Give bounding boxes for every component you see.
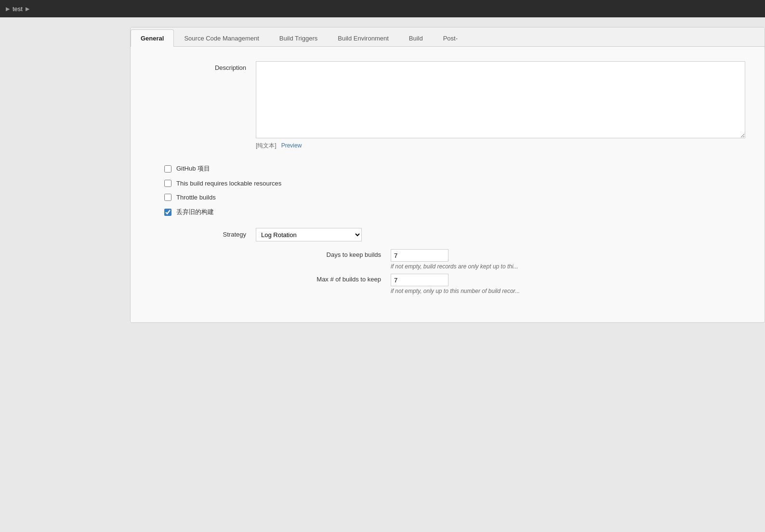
checkbox-discard-row: 丢弃旧的构建 [164,208,745,216]
checkbox-discard-old-builds[interactable] [164,209,171,216]
tab-build[interactable]: Build [399,29,433,47]
days-to-keep-control: if not empty, build records are only kep… [391,249,745,270]
max-builds-control: if not empty, only up to this number of … [391,274,745,294]
tab-general[interactable]: General [131,29,174,47]
checkbox-discard-label: 丢弃旧的构建 [176,208,214,216]
description-textarea[interactable] [256,61,745,138]
tab-build-triggers[interactable]: Build Triggers [269,29,328,47]
description-preview-link[interactable]: Preview [281,142,302,149]
checkbox-throttle-builds[interactable] [164,194,171,201]
description-label: Description [145,61,256,71]
top-bar-arrow-left: ▶ [6,6,10,12]
main-content: General Source Code Management Build Tri… [0,17,765,332]
description-plain-text-label: [纯文本] [256,142,277,149]
tab-source-code-management[interactable]: Source Code Management [174,29,269,47]
days-to-keep-input[interactable] [391,249,448,262]
description-toolbar: [纯文本] Preview [256,142,745,150]
checkbox-lockable-resources[interactable] [164,180,171,187]
tab-nav: General Source Code Management Build Tri… [131,27,765,47]
top-bar-arrow-right: ▶ [26,6,29,12]
strategy-sub-form: Days to keep builds if not empty, build … [256,249,745,294]
checkbox-throttle-row: Throttle builds [164,194,745,201]
tab-post[interactable]: Post- [433,29,468,47]
max-builds-help: if not empty, only up to this number of … [391,288,745,294]
strategy-label: Strategy [145,228,256,238]
description-row: Description [纯文本] Preview [145,61,745,150]
days-to-keep-label: Days to keep builds [256,249,391,258]
max-builds-input[interactable] [391,274,448,286]
checkboxes-section: GitHub 项目 This build requires lockable r… [145,160,745,228]
strategy-select[interactable]: Log Rotation None [256,228,362,241]
max-builds-row: Max # of builds to keep if not empty, on… [256,274,745,294]
tab-panel: General Source Code Management Build Tri… [130,27,765,323]
checkbox-github-project[interactable] [164,165,171,173]
description-control: [纯文本] Preview [256,61,745,150]
checkbox-throttle-label: Throttle builds [176,194,216,201]
checkbox-github-project-row: GitHub 项目 [164,164,745,173]
strategy-row: Strategy Log Rotation None Days to keep … [145,228,745,298]
checkbox-lockable-label: This build requires lockable resources [176,180,281,187]
days-to-keep-row: Days to keep builds if not empty, build … [256,249,745,270]
tab-content-general: Description [纯文本] Preview GitHub 项目 [131,47,765,322]
strategy-control: Log Rotation None Days to keep builds if… [256,228,745,298]
checkbox-lockable-row: This build requires lockable resources [164,180,745,187]
top-bar: ▶ test ▶ [0,0,765,17]
max-builds-label: Max # of builds to keep [256,274,391,283]
checkbox-github-project-label: GitHub 项目 [176,164,210,173]
top-bar-title: test [13,5,23,13]
tab-build-environment[interactable]: Build Environment [328,29,399,47]
days-to-keep-help: if not empty, build records are only kep… [391,263,745,270]
